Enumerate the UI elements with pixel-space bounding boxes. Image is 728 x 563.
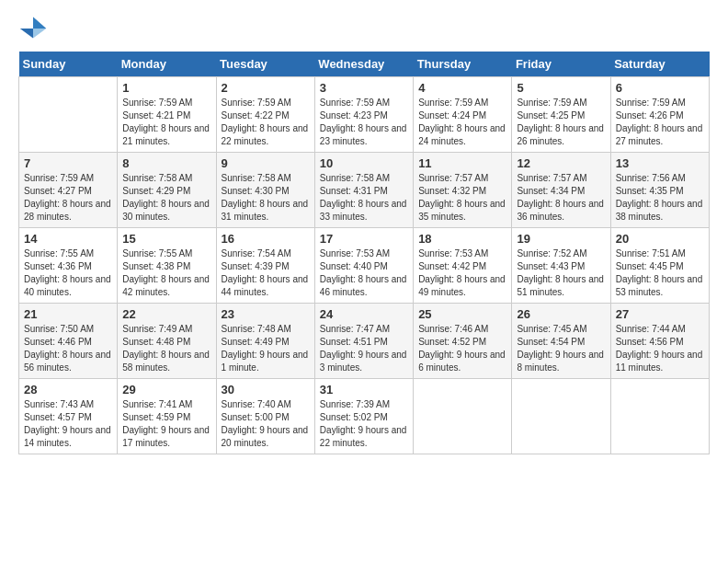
calendar-cell: 12 Sunrise: 7:57 AMSunset: 4:34 PMDaylig… [512,153,610,228]
day-info: Sunrise: 7:39 AMSunset: 5:02 PMDaylight:… [320,398,408,450]
calendar-cell: 24 Sunrise: 7:47 AMSunset: 4:51 PMDaylig… [314,304,413,379]
day-number: 21 [24,307,112,321]
calendar-cell: 17 Sunrise: 7:53 AMSunset: 4:40 PMDaylig… [314,228,413,304]
calendar-cell: 3 Sunrise: 7:59 AMSunset: 4:23 PMDayligh… [314,77,413,153]
day-header-thursday: Thursday [414,52,512,77]
day-header-sunday: Sunday [19,52,118,77]
day-number: 28 [24,383,112,396]
day-number: 25 [418,307,506,321]
day-number: 8 [122,156,210,170]
day-header-tuesday: Tuesday [216,52,314,77]
day-info: Sunrise: 7:54 AMSunset: 4:39 PMDaylight:… [222,247,310,299]
day-number: 9 [222,156,310,170]
calendar-cell: 30 Sunrise: 7:40 AMSunset: 5:00 PMDaylig… [216,379,314,454]
calendar-cell: 16 Sunrise: 7:54 AMSunset: 4:39 PMDaylig… [216,228,314,304]
calendar-cell [512,379,610,454]
calendar-cell: 10 Sunrise: 7:58 AMSunset: 4:31 PMDaylig… [314,153,413,228]
week-row-5: 28 Sunrise: 7:43 AMSunset: 4:57 PMDaylig… [19,379,710,454]
day-info: Sunrise: 7:57 AMSunset: 4:34 PMDaylight:… [517,172,605,224]
day-number: 6 [616,81,704,95]
day-info: Sunrise: 7:53 AMSunset: 4:40 PMDaylight:… [320,247,408,299]
day-info: Sunrise: 7:49 AMSunset: 4:48 PMDaylight:… [122,323,210,374]
calendar-table: SundayMondayTuesdayWednesdayThursdayFrid… [18,52,710,454]
calendar-cell [414,379,512,454]
logo [18,15,51,40]
calendar-cell: 22 Sunrise: 7:49 AMSunset: 4:48 PMDaylig… [118,304,216,379]
day-number: 4 [418,81,506,95]
calendar-cell [610,379,709,454]
week-row-4: 21 Sunrise: 7:50 AMSunset: 4:46 PMDaylig… [19,304,710,379]
day-info: Sunrise: 7:58 AMSunset: 4:30 PMDaylight:… [222,172,310,224]
day-number: 13 [616,156,704,170]
day-number: 16 [222,232,310,246]
logo-icon [18,15,48,40]
calendar-cell: 7 Sunrise: 7:59 AMSunset: 4:27 PMDayligh… [19,153,118,228]
day-number: 1 [122,81,210,95]
calendar-cell: 26 Sunrise: 7:45 AMSunset: 4:54 PMDaylig… [512,304,610,379]
page-header [18,15,710,40]
day-header-wednesday: Wednesday [314,52,413,77]
day-info: Sunrise: 7:59 AMSunset: 4:26 PMDaylight:… [616,97,704,148]
day-header-saturday: Saturday [610,52,709,77]
day-info: Sunrise: 7:58 AMSunset: 4:29 PMDaylight:… [122,172,210,224]
calendar-cell: 4 Sunrise: 7:59 AMSunset: 4:24 PMDayligh… [414,77,512,153]
header-row: SundayMondayTuesdayWednesdayThursdayFrid… [19,52,710,77]
calendar-cell: 11 Sunrise: 7:57 AMSunset: 4:32 PMDaylig… [414,153,512,228]
day-number: 18 [418,232,506,246]
day-number: 17 [320,232,408,246]
calendar-cell: 25 Sunrise: 7:46 AMSunset: 4:52 PMDaylig… [414,304,512,379]
day-number: 5 [517,81,605,95]
calendar-cell: 28 Sunrise: 7:43 AMSunset: 4:57 PMDaylig… [19,379,118,454]
day-number: 11 [418,156,506,170]
calendar-cell: 8 Sunrise: 7:58 AMSunset: 4:29 PMDayligh… [118,153,216,228]
svg-marker-1 [20,29,33,39]
day-info: Sunrise: 7:59 AMSunset: 4:24 PMDaylight:… [418,97,506,148]
day-number: 30 [222,383,310,396]
day-info: Sunrise: 7:57 AMSunset: 4:32 PMDaylight:… [418,172,506,224]
day-info: Sunrise: 7:59 AMSunset: 4:27 PMDaylight:… [24,172,112,224]
calendar-cell: 27 Sunrise: 7:44 AMSunset: 4:56 PMDaylig… [610,304,709,379]
day-number: 19 [517,232,605,246]
calendar-cell: 21 Sunrise: 7:50 AMSunset: 4:46 PMDaylig… [19,304,118,379]
day-info: Sunrise: 7:55 AMSunset: 4:38 PMDaylight:… [122,247,210,299]
day-number: 29 [122,383,210,396]
calendar-cell: 1 Sunrise: 7:59 AMSunset: 4:21 PMDayligh… [118,77,216,153]
calendar-cell: 2 Sunrise: 7:59 AMSunset: 4:22 PMDayligh… [216,77,314,153]
week-row-1: 1 Sunrise: 7:59 AMSunset: 4:21 PMDayligh… [19,77,710,153]
calendar-cell: 19 Sunrise: 7:52 AMSunset: 4:43 PMDaylig… [512,228,610,304]
calendar-cell: 15 Sunrise: 7:55 AMSunset: 4:38 PMDaylig… [118,228,216,304]
calendar-cell [19,77,118,153]
day-info: Sunrise: 7:52 AMSunset: 4:43 PMDaylight:… [517,247,605,299]
day-number: 31 [320,383,408,396]
day-number: 12 [517,156,605,170]
day-number: 27 [616,307,704,321]
svg-marker-2 [33,17,46,38]
day-info: Sunrise: 7:55 AMSunset: 4:36 PMDaylight:… [24,247,112,299]
day-info: Sunrise: 7:59 AMSunset: 4:25 PMDaylight:… [517,97,605,148]
calendar-cell: 6 Sunrise: 7:59 AMSunset: 4:26 PMDayligh… [610,77,709,153]
day-info: Sunrise: 7:50 AMSunset: 4:46 PMDaylight:… [24,323,112,374]
day-info: Sunrise: 7:58 AMSunset: 4:31 PMDaylight:… [320,172,408,224]
day-info: Sunrise: 7:59 AMSunset: 4:22 PMDaylight:… [222,97,310,148]
calendar-cell: 20 Sunrise: 7:51 AMSunset: 4:45 PMDaylig… [610,228,709,304]
day-info: Sunrise: 7:46 AMSunset: 4:52 PMDaylight:… [418,323,506,374]
day-info: Sunrise: 7:51 AMSunset: 4:45 PMDaylight:… [616,247,704,299]
calendar-cell: 9 Sunrise: 7:58 AMSunset: 4:30 PMDayligh… [216,153,314,228]
day-number: 24 [320,307,408,321]
day-info: Sunrise: 7:56 AMSunset: 4:35 PMDaylight:… [616,172,704,224]
day-info: Sunrise: 7:53 AMSunset: 4:42 PMDaylight:… [418,247,506,299]
day-number: 2 [222,81,310,95]
day-info: Sunrise: 7:47 AMSunset: 4:51 PMDaylight:… [320,323,408,374]
day-info: Sunrise: 7:43 AMSunset: 4:57 PMDaylight:… [24,398,112,450]
day-number: 23 [222,307,310,321]
calendar-cell: 23 Sunrise: 7:48 AMSunset: 4:49 PMDaylig… [216,304,314,379]
day-info: Sunrise: 7:45 AMSunset: 4:54 PMDaylight:… [517,323,605,374]
calendar-cell: 13 Sunrise: 7:56 AMSunset: 4:35 PMDaylig… [610,153,709,228]
day-info: Sunrise: 7:44 AMSunset: 4:56 PMDaylight:… [616,323,704,374]
calendar-cell: 5 Sunrise: 7:59 AMSunset: 4:25 PMDayligh… [512,77,610,153]
week-row-2: 7 Sunrise: 7:59 AMSunset: 4:27 PMDayligh… [19,153,710,228]
calendar-cell: 14 Sunrise: 7:55 AMSunset: 4:36 PMDaylig… [19,228,118,304]
day-number: 14 [24,232,112,246]
day-number: 22 [122,307,210,321]
week-row-3: 14 Sunrise: 7:55 AMSunset: 4:36 PMDaylig… [19,228,710,304]
